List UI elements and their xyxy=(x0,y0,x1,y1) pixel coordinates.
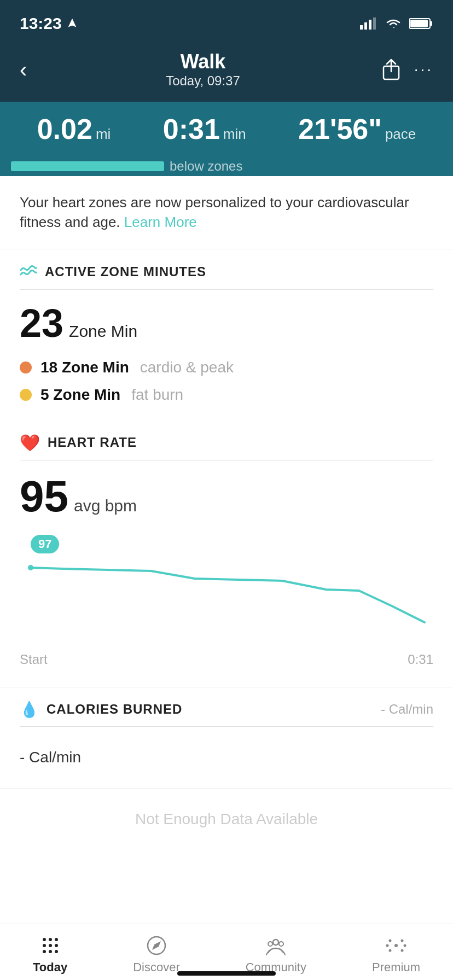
svg-point-17 xyxy=(55,950,58,953)
workout-title: Walk xyxy=(166,50,240,73)
cardio-type: cardio & peak xyxy=(140,359,234,376)
svg-point-16 xyxy=(49,950,52,953)
hr-title: HEART RATE xyxy=(48,435,137,450)
distance-unit: mi xyxy=(96,126,111,143)
svg-marker-19 xyxy=(152,941,161,950)
today-icon xyxy=(40,935,61,956)
hr-chart xyxy=(20,546,433,644)
fatburn-minutes: 5 Zone Min xyxy=(40,386,120,404)
azm-section-header: ACTIVE ZONE MINUTES xyxy=(20,262,433,290)
active-zone-minutes-section: ACTIVE ZONE MINUTES 23 Zone Min 18 Zone … xyxy=(0,249,453,404)
header-title: Walk Today, 09:37 xyxy=(166,50,240,89)
zone-row-fatburn: 5 Zone Min fat burn xyxy=(20,386,433,404)
wifi-icon xyxy=(385,18,402,30)
distance-value: 0.02 xyxy=(37,113,92,145)
fatburn-dot xyxy=(20,389,32,401)
duration-stat: 0:31 min xyxy=(163,113,246,145)
azm-title: ACTIVE ZONE MINUTES xyxy=(45,264,206,279)
heart-rate-section: ❤️ HEART RATE 95 avg bpm xyxy=(0,420,453,522)
distance-stat: 0.02 mi xyxy=(37,113,111,145)
svg-rect-5 xyxy=(430,21,432,26)
calories-rate-label: - Cal/min xyxy=(381,702,433,717)
svg-point-22 xyxy=(279,942,283,946)
hr-start-label: Start xyxy=(20,652,48,667)
duration-unit: min xyxy=(223,126,246,143)
below-zones-label: below zones xyxy=(170,159,242,174)
svg-rect-1 xyxy=(364,22,367,30)
svg-point-23 xyxy=(394,944,398,947)
svg-rect-0 xyxy=(360,25,363,30)
pace-stat: 21'56" pace xyxy=(298,113,416,145)
svg-point-8 xyxy=(28,565,33,570)
svg-rect-3 xyxy=(373,18,376,30)
zones-progress-bar xyxy=(11,161,164,171)
status-time: 13:23 xyxy=(20,14,78,33)
no-data-message: Not Enough Data Available xyxy=(0,788,453,850)
location-icon xyxy=(66,18,78,30)
calories-title: CALORIES BURNED xyxy=(47,702,182,717)
calories-section-header: 💧 CALORIES BURNED - Cal/min xyxy=(20,701,433,727)
azm-total-value: 23 xyxy=(20,301,63,346)
below-zones-bar: below zones xyxy=(0,159,453,176)
duration-value: 0:31 xyxy=(163,113,220,145)
workout-subtitle: Today, 09:37 xyxy=(166,73,240,89)
pace-value: 21'56" xyxy=(298,113,382,145)
fatburn-type: fat burn xyxy=(131,386,183,404)
calories-section: 💧 CALORIES BURNED - Cal/min - Cal/min xyxy=(0,687,453,788)
calories-icon: 💧 xyxy=(20,701,39,719)
total-zone-minutes: 23 Zone Min xyxy=(20,301,433,346)
svg-point-27 xyxy=(400,949,403,952)
svg-point-13 xyxy=(49,944,52,947)
share-button[interactable] xyxy=(379,57,403,81)
hr-end-label: 0:31 xyxy=(408,652,433,667)
svg-point-29 xyxy=(403,944,406,947)
hr-label: avg bpm xyxy=(74,497,137,515)
hr-badge: 97 xyxy=(31,535,59,553)
more-button[interactable]: ··· xyxy=(414,61,433,78)
zone-row-cardio: 18 Zone Min cardio & peak xyxy=(20,359,433,376)
time-display: 13:23 xyxy=(20,14,62,33)
community-icon xyxy=(265,935,286,956)
hr-time-labels: Start 0:31 xyxy=(0,646,453,678)
header-actions: ··· xyxy=(379,57,433,81)
svg-point-20 xyxy=(273,940,278,945)
learn-more-link[interactable]: Learn More xyxy=(124,214,197,230)
stats-bar: 0.02 mi 0:31 min 21'56" pace xyxy=(0,102,453,159)
svg-rect-2 xyxy=(369,20,371,30)
hr-value: 95 xyxy=(20,471,68,522)
svg-point-25 xyxy=(400,940,403,942)
svg-point-14 xyxy=(55,944,58,947)
waves-icon xyxy=(20,262,37,282)
svg-point-9 xyxy=(43,938,46,941)
svg-point-12 xyxy=(43,944,46,947)
svg-point-28 xyxy=(386,944,388,947)
signal-icon xyxy=(360,18,378,30)
premium-icon xyxy=(386,935,406,956)
hr-section-header: ❤️ HEART RATE xyxy=(20,433,433,460)
heart-zones-info: Your heart zones are now personalized to… xyxy=(0,176,453,249)
status-icons xyxy=(360,18,433,30)
svg-rect-6 xyxy=(410,20,428,27)
cardio-dot xyxy=(20,361,32,374)
status-bar: 13:23 xyxy=(0,0,453,44)
home-indicator xyxy=(177,971,276,976)
svg-point-24 xyxy=(388,940,391,942)
svg-point-11 xyxy=(55,938,58,941)
calories-value: - Cal/min xyxy=(20,738,433,788)
avg-heart-rate: 95 avg bpm xyxy=(20,471,433,522)
svg-point-26 xyxy=(388,949,391,952)
cardio-minutes: 18 Zone Min xyxy=(40,359,129,376)
svg-point-21 xyxy=(268,942,272,946)
discover-icon xyxy=(146,935,167,956)
battery-icon xyxy=(409,18,433,30)
azm-total-label: Zone Min xyxy=(69,322,137,341)
heart-icon: ❤️ xyxy=(20,433,40,452)
back-button[interactable]: ‹ xyxy=(20,57,27,82)
hr-chart-container: 97 xyxy=(0,535,453,646)
svg-point-10 xyxy=(49,938,52,941)
header: ‹ Walk Today, 09:37 ··· xyxy=(0,44,453,102)
svg-point-15 xyxy=(43,950,46,953)
pace-unit: pace xyxy=(385,126,416,143)
heart-zones-text: Your heart zones are now personalized to… xyxy=(20,194,409,230)
